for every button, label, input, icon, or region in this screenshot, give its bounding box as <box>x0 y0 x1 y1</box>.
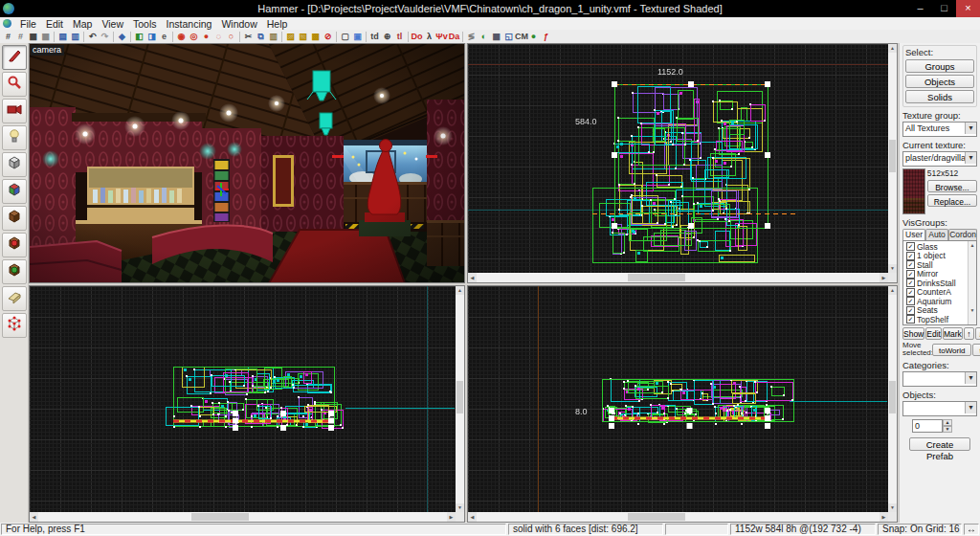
model-render-preview-icon[interactable]: ● <box>527 31 540 43</box>
toggle-world-visgroup-icon[interactable]: Ψv <box>435 31 448 43</box>
toggle-3d-grid-icon[interactable]: ▦ <box>39 31 52 43</box>
selection-tool-button[interactable] <box>2 45 27 70</box>
menu-view[interactable]: View <box>97 18 128 30</box>
spinner-down-icon[interactable] <box>943 426 952 433</box>
make-hollow-icon[interactable]: ◎ <box>188 31 200 43</box>
side-view-canvas[interactable] <box>468 286 888 512</box>
scroll-down-icon[interactable] <box>888 503 897 512</box>
scroll-left-icon[interactable] <box>468 512 477 522</box>
visgroup-scrollbar[interactable]: ▲▼ <box>968 241 976 324</box>
current-texture-dropdown[interactable]: plaster/dragvilla <box>902 151 977 167</box>
edit-instance-icon[interactable]: e <box>158 31 170 43</box>
smaller-grid-icon[interactable]: # <box>2 31 14 43</box>
menu-edit[interactable]: Edit <box>41 18 68 30</box>
front-view-canvas[interactable] <box>30 286 456 512</box>
visgroup-checkbox[interactable] <box>906 242 915 251</box>
menu-file[interactable]: File <box>15 18 41 30</box>
texture-grid-icon[interactable]: ▦ <box>490 31 502 43</box>
scroll-up-icon[interactable] <box>888 286 897 295</box>
select-objects-button[interactable]: Objects <box>905 75 974 88</box>
toggle-models-icon[interactable]: λ <box>423 31 435 43</box>
save-window-state-icon[interactable]: ▥ <box>69 31 81 43</box>
vertical-scrollbar[interactable] <box>456 286 464 512</box>
horizontal-scrollbar[interactable] <box>30 512 456 522</box>
menu-help[interactable]: Help <box>262 18 293 30</box>
hide-selected-icon[interactable]: ▨ <box>284 31 297 43</box>
close-button[interactable]: × <box>956 0 980 17</box>
create-instance-icon[interactable]: ◧ <box>133 31 145 43</box>
viewport-2d-side[interactable]: 8.0 <box>467 285 898 523</box>
hide-unselected-icon[interactable]: ▧ <box>297 31 309 43</box>
scrollbar-thumb[interactable] <box>457 381 463 413</box>
fps-preview-icon[interactable]: ƒ <box>540 31 552 43</box>
scrollbar-thumb[interactable] <box>889 140 896 172</box>
paste-icon[interactable]: ▥ <box>267 31 279 43</box>
visgroup-show-button[interactable]: Show <box>902 327 924 340</box>
horizontal-scrollbar[interactable] <box>468 512 888 522</box>
cut-icon[interactable]: ✂ <box>242 31 255 43</box>
clipping-tool-button[interactable] <box>2 286 27 311</box>
visgroup-tab-auto[interactable]: Auto <box>925 229 948 240</box>
smoothing-groups-icon[interactable]: ≶ <box>465 31 478 43</box>
toggle-select-through-icon[interactable]: td <box>368 31 381 43</box>
horizontal-scrollbar[interactable] <box>468 273 888 282</box>
texture-application-tool-button[interactable] <box>2 179 27 204</box>
minimize-button[interactable]: – <box>908 0 932 17</box>
select-cordon-brushes-icon[interactable]: ▣ <box>351 31 364 43</box>
larger-grid-icon[interactable]: # <box>14 31 27 43</box>
select-solids-button[interactable]: Solids <box>905 90 974 103</box>
browse-button[interactable]: Browse... <box>927 180 977 192</box>
toggle-texture-lock-icon[interactable]: tl <box>393 31 406 43</box>
edit-cordon-bounds-icon[interactable]: ▢ <box>339 31 351 43</box>
menu-map[interactable]: Map <box>68 18 97 30</box>
carve-icon[interactable]: ◉ <box>175 31 188 43</box>
toggle-2d-grid-icon[interactable]: ▦ <box>27 31 39 43</box>
top-view-canvas[interactable] <box>468 44 888 273</box>
toggle-detail-visgroup-icon[interactable]: Da <box>448 31 460 43</box>
vertical-scrollbar[interactable] <box>888 286 897 512</box>
move-selected-mode-icon[interactable]: ⊕ <box>381 31 393 43</box>
visgroup-checkbox[interactable] <box>906 288 915 297</box>
ungroup-icon[interactable]: ◌ <box>212 31 225 43</box>
scrollbar-thumb[interactable] <box>628 274 685 281</box>
apply-current-texture-tool-button[interactable] <box>2 206 27 231</box>
load-window-state-icon[interactable]: ▤ <box>56 31 69 43</box>
toggle-cordon-state-icon[interactable]: ⊘ <box>322 31 334 43</box>
apply-decals-tool-button[interactable] <box>2 233 27 257</box>
viewport-2d-front[interactable] <box>29 285 465 523</box>
texture-group-dropdown[interactable]: All Textures <box>902 122 977 137</box>
angle-spinner[interactable]: 0 <box>912 419 952 433</box>
categories-dropdown[interactable] <box>902 371 977 387</box>
object-properties-icon[interactable]: ◆ <box>116 31 128 43</box>
resize-grip-icon[interactable]: ↔ <box>964 524 979 535</box>
maximize-button[interactable]: □ <box>932 0 956 17</box>
to-world-button[interactable]: toWorld <box>932 344 971 356</box>
overlay-corner-icon[interactable]: ◱ <box>502 31 515 43</box>
visgroup-checkbox[interactable] <box>906 270 915 279</box>
visgroup-checkbox[interactable] <box>906 315 915 324</box>
vertex-manipulation-tool-button[interactable] <box>2 313 27 338</box>
viewport-3d-camera[interactable]: camera <box>29 43 465 283</box>
menu-instancing[interactable]: Instancing <box>162 18 217 30</box>
show-hidden-icon[interactable]: ▩ <box>309 31 322 43</box>
replace-button[interactable]: Replace... <box>927 194 977 207</box>
visgroup-checkbox[interactable] <box>906 260 915 269</box>
vertical-scrollbar[interactable] <box>888 44 897 273</box>
visgroup-move-up-button[interactable]: ↑ <box>964 327 974 340</box>
scroll-right-icon[interactable] <box>880 512 888 522</box>
visgroup-checkbox[interactable] <box>906 324 915 325</box>
objects-dropdown[interactable] <box>902 401 977 416</box>
group-icon[interactable]: ● <box>200 31 212 43</box>
scroll-up-icon[interactable] <box>888 44 897 53</box>
copy-icon[interactable]: ⧉ <box>255 31 267 43</box>
visgroup-checkbox[interactable] <box>906 297 915 305</box>
visgroup-move-down-button[interactable]: ↓ <box>975 327 980 340</box>
scroll-right-icon[interactable] <box>447 512 456 522</box>
visgroup-tab-user[interactable]: User <box>902 229 925 240</box>
viewport-2d-top[interactable]: 1152.0 584.0 <box>467 43 898 283</box>
toggle-detail-objects-icon[interactable]: Do <box>411 31 423 43</box>
entity-tool-button[interactable] <box>2 125 27 150</box>
scroll-right-icon[interactable] <box>880 273 888 282</box>
visgroup-list[interactable]: Glass1 objectStallMirrorDrinksStallCount… <box>902 240 977 325</box>
menu-tools[interactable]: Tools <box>128 18 162 30</box>
